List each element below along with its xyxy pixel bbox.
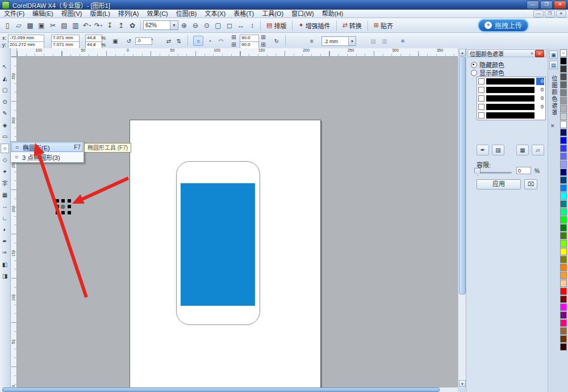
arc-direction-button[interactable]: ↻ [272, 36, 282, 46]
shape-tool[interactable]: ◭ [1, 74, 9, 83]
new-document-button[interactable]: ▯ [2, 20, 13, 31]
selection-handle[interactable] [68, 211, 71, 214]
vertical-scroll-thumb[interactable] [459, 56, 466, 294]
menu-item-10[interactable]: 窗口(W) [287, 10, 318, 18]
open-mask-button[interactable]: ▱ [532, 145, 544, 155]
doc-minimize-button[interactable]: — [533, 10, 544, 18]
palette-swatch[interactable] [560, 288, 567, 295]
flyout-item-1[interactable]: ○3 点椭圆形(3) [11, 152, 83, 162]
selection-handle[interactable] [56, 205, 59, 208]
docker-tab-hint-icon[interactable]: ▣ [549, 50, 558, 59]
horizontal-scrollbar[interactable] [0, 387, 458, 392]
scroll-down-icon[interactable]: ▼ [459, 380, 466, 387]
interactive-fill-tool[interactable]: ◨ [1, 271, 9, 281]
horizontal-scroll-thumb[interactable] [2, 387, 440, 392]
cut-button[interactable]: ✂ [47, 20, 59, 31]
palette-swatch[interactable] [560, 240, 567, 247]
chevron-down-icon[interactable]: ▼ [348, 37, 356, 45]
selection-handle[interactable] [68, 205, 71, 208]
palette-swatch[interactable] [560, 256, 567, 263]
wrap-paragraph-button[interactable]: ▤ [368, 36, 378, 46]
rectangle-tool[interactable]: ▭ [1, 132, 9, 141]
palette-swatch[interactable] [560, 81, 567, 88]
undo-button[interactable]: ↶▾ [81, 20, 93, 31]
menu-item-8[interactable]: 表格(T) [229, 10, 258, 18]
grid-toggle-icon[interactable]: ⊞ [259, 40, 268, 49]
chevron-down-icon[interactable]: ▾ [101, 23, 102, 27]
smart-fill-tool[interactable]: ◈ [1, 120, 9, 130]
drawing-canvas[interactable] [17, 57, 458, 387]
close-button[interactable]: ✕ [554, 1, 566, 9]
palette-swatch[interactable] [560, 184, 567, 192]
polygon-tool[interactable]: ◇ [1, 155, 9, 165]
mask-color-row[interactable] [477, 111, 545, 120]
rotation-angle-field[interactable]: .0 [135, 37, 152, 45]
basic-shapes-tool[interactable]: ✦ [1, 167, 9, 176]
document-page[interactable] [130, 120, 321, 387]
phone-screen[interactable] [181, 183, 255, 306]
eyedropper-button[interactable]: ✒ [477, 145, 489, 155]
mask-color-row[interactable]: 0 [477, 94, 545, 103]
menu-item-11[interactable]: 帮助(H) [318, 10, 347, 18]
selection-handle[interactable] [61, 199, 65, 203]
ellipse-mode-button[interactable]: ○ [193, 36, 203, 46]
save-button[interactable]: ▦ [24, 20, 36, 31]
docker-collapse-icon[interactable]: » [531, 50, 533, 56]
palette-swatch[interactable] [560, 161, 567, 168]
radio-icon[interactable] [471, 62, 477, 68]
chevron-down-icon[interactable]: ▼ [170, 21, 178, 29]
palette-swatch[interactable]: ✕ [560, 49, 567, 57]
scroll-up-icon[interactable]: ▲ [459, 49, 466, 56]
text-tool[interactable]: 字 [1, 178, 9, 188]
palette-swatch[interactable] [560, 73, 567, 81]
palette-swatch[interactable] [560, 280, 567, 287]
menu-item-6[interactable]: 位图(B) [172, 10, 201, 18]
zoom-level-combo[interactable]: 62% ▼ [143, 20, 178, 30]
palette-swatch[interactable] [560, 121, 567, 128]
dimension-tool[interactable]: ↔ [1, 201, 9, 211]
crop-tool[interactable]: ▢ [1, 85, 9, 95]
zoom-page-button[interactable]: ◻ [224, 20, 235, 31]
mask-checkbox[interactable] [478, 112, 485, 119]
menu-item-5[interactable]: 效果(C) [143, 10, 172, 18]
palette-swatch[interactable] [560, 200, 567, 208]
vertical-ruler[interactable]: 350300250200150100500 [10, 57, 17, 387]
flyout-item-0[interactable]: ○椭圆形(E)F7 [11, 142, 83, 152]
lock-ratio-button[interactable]: ▣ [110, 36, 120, 46]
chevron-down-icon[interactable]: ▾ [89, 23, 91, 27]
tolerance-slider-handle[interactable] [474, 168, 481, 176]
menu-item-1[interactable]: 编辑(E) [28, 10, 57, 18]
table-tool[interactable]: ▦ [1, 190, 9, 200]
pie-mode-button[interactable]: ◔ [204, 36, 215, 46]
open-button[interactable]: ▱ [13, 20, 24, 31]
menu-item-0[interactable]: 文件(F) [0, 10, 28, 18]
zoom-in-button[interactable]: ⊕ [178, 20, 190, 31]
print-button[interactable]: ▣ [36, 20, 47, 31]
mask-color-row[interactable]: 0 [477, 86, 545, 94]
pick-tool[interactable]: ↖ [1, 62, 9, 71]
ruler-origin-corner[interactable] [10, 48, 17, 57]
snap-button[interactable]: ⊞贴齐 [370, 20, 396, 31]
open-curve-button[interactable]: ▥ [379, 36, 390, 46]
arc-mode-button[interactable]: ◠ [216, 36, 226, 46]
mirror-vertical-button[interactable]: ⇅ [174, 36, 184, 46]
fill-tool[interactable]: ◧ [1, 260, 9, 269]
menu-item-4[interactable]: 排列(A) [114, 10, 143, 18]
show-colors-radio[interactable]: 显示颜色 [471, 68, 504, 77]
text-wrap-button[interactable]: ≡ [307, 36, 317, 46]
doc-close-button[interactable]: ✕ [556, 10, 566, 18]
palette-swatch[interactable] [560, 335, 567, 343]
menu-item-9[interactable]: 工具(O) [258, 10, 287, 18]
mirror-horizontal-button[interactable]: ⇄ [164, 36, 174, 46]
palette-swatch[interactable] [560, 65, 567, 73]
palette-swatch[interactable] [560, 311, 567, 319]
palette-swatch[interactable] [560, 272, 567, 279]
palette-swatch[interactable] [560, 97, 567, 104]
menu-item-3[interactable]: 版面(L) [86, 10, 114, 18]
docker-tab-close-icon[interactable]: ✕ [550, 123, 555, 129]
freehand-tool[interactable]: ✎ [1, 108, 9, 118]
zoom-all-objects-button[interactable]: ▢ [212, 20, 224, 31]
palette-swatch[interactable] [560, 153, 567, 160]
mask-checkbox[interactable] [478, 95, 485, 102]
palette-swatch[interactable] [560, 343, 567, 351]
